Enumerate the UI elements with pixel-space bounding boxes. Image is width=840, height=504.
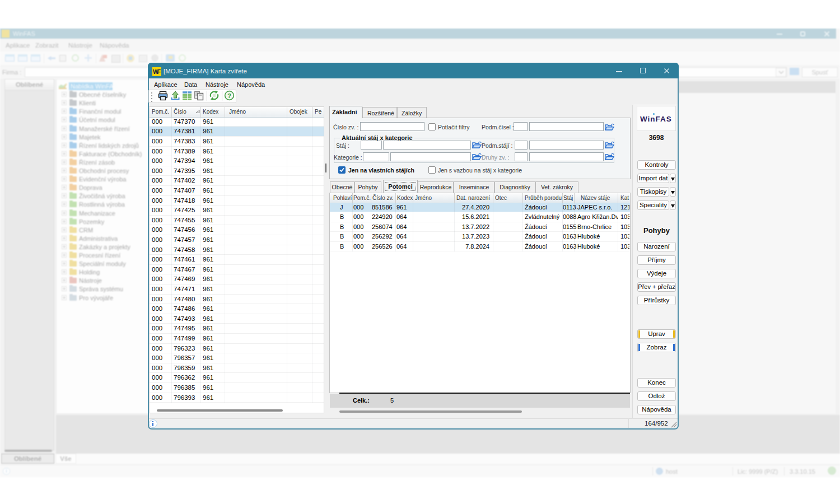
svg-text:WF: WF (153, 68, 161, 75)
svg-text:?: ? (227, 92, 231, 99)
